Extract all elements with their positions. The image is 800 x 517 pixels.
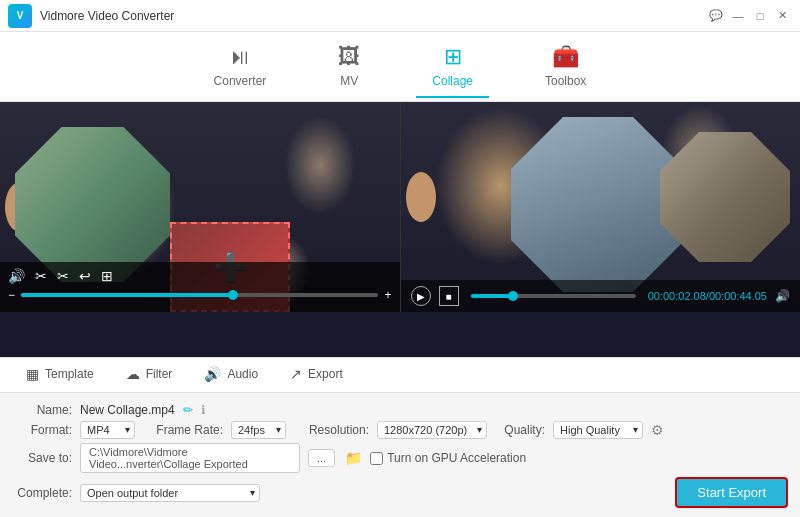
volume-minus[interactable]: − [8,288,15,302]
preview-volume-icon[interactable]: 🔊 [775,289,790,303]
saveto-path-text: C:\Vidmore\Vidmore Video...nverter\Colla… [89,446,248,470]
window-controls: 💬 — □ ✕ [706,6,792,26]
preview-progress-fill [471,294,512,298]
playback-bar: 🔊 ✂ ✂ ↩ ⊞ − + [0,262,400,312]
mv-icon: 🖼 [338,44,360,70]
tab-audio-label: Audio [227,367,258,381]
maximize-btn[interactable]: □ [750,6,770,26]
folder-icon[interactable]: 📁 [345,450,362,466]
framerate-label: Frame Rate: [143,423,223,437]
left-person-shape [15,127,170,282]
left-video-panel: ➕ 🔊 ✂ ✂ ↩ ⊞ − + [0,102,401,312]
resolution-select[interactable]: 1280x720 (720p) [377,421,487,439]
tab-export[interactable]: ↗ Export [274,360,359,390]
navbar: ⏯ Converter 🖼 MV ⊞ Collage 🧰 Toolbox [0,32,800,102]
gpu-label-text: Turn on GPU Acceleration [387,451,526,465]
nav-toolbox[interactable]: 🧰 Toolbox [529,36,602,98]
framerate-select[interactable]: 24fps [231,421,286,439]
message-btn[interactable]: 💬 [706,6,726,26]
app-title: Vidmore Video Converter [40,9,706,23]
bottom-tabs: ▦ Template ☁ Filter 🔊 Audio ↗ Export [0,357,800,393]
grid-icon[interactable]: ⊞ [101,268,113,284]
tab-filter[interactable]: ☁ Filter [110,360,189,390]
audio-icon: 🔊 [204,366,221,382]
progress-bar[interactable] [21,293,378,297]
nav-toolbox-label: Toolbox [545,74,586,88]
saveto-label: Save to: [12,451,72,465]
right-canvas: ▶ ■ 00:00:02.08/00:00:44.05 🔊 [401,102,801,312]
resolution-label: Resolution: [294,423,369,437]
tab-export-label: Export [308,367,343,381]
logo-text: V [17,10,24,21]
progress-fill [21,293,235,297]
name-row: Name: New Collage.mp4 ✏ ℹ [12,403,788,417]
browse-btn[interactable]: ... [308,449,335,467]
cut-icon[interactable]: ✂ [35,268,47,284]
playback-icons: 🔊 ✂ ✂ ↩ ⊞ [8,266,392,286]
right-center-shape [511,117,686,292]
complete-select[interactable]: Open output folder [80,484,260,502]
template-icon: ▦ [26,366,39,382]
start-export-button[interactable]: Start Export [675,477,788,508]
preview-stop-btn[interactable]: ■ [439,286,459,306]
format-label: Format: [12,423,72,437]
nav-mv[interactable]: 🖼 MV [322,36,376,98]
complete-value: Open output folder [87,487,178,499]
time-total: 00:00:44.05 [709,290,767,302]
progress-thumb [228,290,238,300]
time-current: 00:00:02.08 [648,290,706,302]
name-info-icon[interactable]: ℹ [201,403,206,417]
gear-icon[interactable]: ⚙ [651,422,664,438]
nav-converter[interactable]: ⏯ Converter [198,36,283,98]
preview-controls: ▶ ■ 00:00:02.08/00:00:44.05 🔊 [401,280,801,312]
format-row: Format: MP4 Frame Rate: 24fps Resolution… [12,421,788,439]
tab-audio[interactable]: 🔊 Audio [188,360,274,390]
preview-progress-thumb [508,291,518,301]
complete-row: Complete: Open output folder Start Expor… [12,477,788,508]
name-value: New Collage.mp4 [80,403,175,417]
quality-label: Quality: [495,423,545,437]
gpu-label: Turn on GPU Acceleration [370,451,526,465]
name-label: Name: [12,403,72,417]
preview-progress-bar[interactable] [471,294,636,298]
format-value: MP4 [87,424,110,436]
converter-icon: ⏯ [229,44,251,70]
preview-time: 00:00:02.08/00:00:44.05 [648,290,767,302]
toolbox-icon: 🧰 [552,44,579,70]
saveto-path[interactable]: C:\Vidmore\Vidmore Video...nverter\Colla… [80,443,300,473]
settings-area: Name: New Collage.mp4 ✏ ℹ Format: MP4 Fr… [0,393,800,517]
volume-plus[interactable]: + [384,288,391,302]
nav-collage-label: Collage [432,74,473,88]
saveto-row: Save to: C:\Vidmore\Vidmore Video...nver… [12,443,788,473]
cut2-icon[interactable]: ✂ [57,268,69,284]
right-side-shape [660,132,790,262]
filter-icon: ☁ [126,366,140,382]
resolution-value: 1280x720 (720p) [384,424,467,436]
collage-icon: ⊞ [444,44,462,70]
undo-icon[interactable]: ↩ [79,268,91,284]
gpu-checkbox[interactable] [370,452,383,465]
format-select[interactable]: MP4 [80,421,135,439]
playback-progress: − + [8,288,392,302]
quality-value: High Quality [560,424,620,436]
right-video-panel: ▶ ■ 00:00:02.08/00:00:44.05 🔊 [401,102,801,312]
close-btn[interactable]: ✕ [772,6,792,26]
titlebar: V Vidmore Video Converter 💬 — □ ✕ [0,0,800,32]
left-canvas: ➕ 🔊 ✂ ✂ ↩ ⊞ − + [0,102,400,312]
nav-collage[interactable]: ⊞ Collage [416,36,489,98]
right-ear [406,172,436,222]
export-icon: ↗ [290,366,302,382]
complete-label: Complete: [12,486,72,500]
name-edit-icon[interactable]: ✏ [183,403,193,417]
preview-play-btn[interactable]: ▶ [411,286,431,306]
tab-template-label: Template [45,367,94,381]
app-logo: V [8,4,32,28]
tab-template[interactable]: ▦ Template [10,360,110,390]
quality-select[interactable]: High Quality [553,421,643,439]
framerate-value: 24fps [238,424,265,436]
minimize-btn[interactable]: — [728,6,748,26]
tab-filter-label: Filter [146,367,173,381]
nav-converter-label: Converter [214,74,267,88]
main-content: ➕ 🔊 ✂ ✂ ↩ ⊞ − + [0,102,800,357]
volume-icon[interactable]: 🔊 [8,268,25,284]
